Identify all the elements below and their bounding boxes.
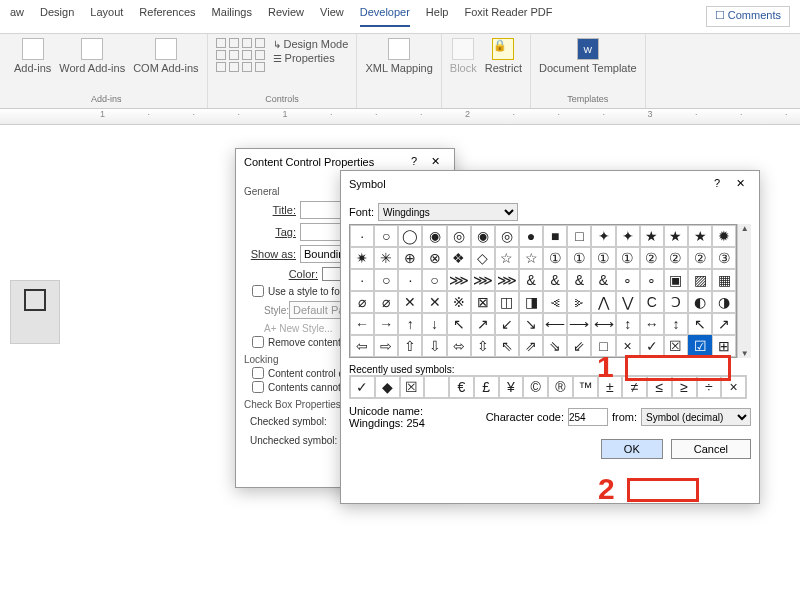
symbol-cell[interactable]: ⇘	[543, 335, 567, 357]
symbol-cell[interactable]: ⟶	[567, 313, 591, 335]
symbol-cell[interactable]: ◉	[471, 225, 495, 247]
ccp-use-style-checkbox[interactable]	[252, 285, 264, 297]
com-addins-button[interactable]: COM Add-ins	[133, 38, 198, 74]
symbol-cell[interactable]: ↔	[640, 313, 664, 335]
recent-symbol-cell[interactable]	[424, 376, 449, 398]
symbol-scrollbar[interactable]: ▲▼	[737, 224, 751, 358]
recent-symbol-cell[interactable]: ™	[573, 376, 598, 398]
symbol-cell[interactable]: ○	[422, 269, 446, 291]
symbol-cell[interactable]: ⇳	[471, 335, 495, 357]
symbol-cell[interactable]: ⇧	[398, 335, 422, 357]
symbol-cell[interactable]: ·	[398, 269, 422, 291]
tab-layout[interactable]: Layout	[90, 6, 123, 27]
symbol-cell[interactable]: ②	[688, 247, 712, 269]
symbol-cell[interactable]: ▦	[712, 269, 736, 291]
symbol-cell[interactable]: ◑	[712, 291, 736, 313]
xml-mapping-button[interactable]: XML Mapping	[365, 38, 432, 74]
tab-mailings[interactable]: Mailings	[212, 6, 252, 27]
symbol-cell[interactable]: ↖	[447, 313, 471, 335]
restrict-button[interactable]: 🔒Restrict	[485, 38, 522, 74]
symbol-cell[interactable]: ⋀	[591, 291, 615, 313]
symbol-cell[interactable]: ①	[616, 247, 640, 269]
symbol-cell[interactable]: ↓	[422, 313, 446, 335]
symbol-cell[interactable]: ▣	[664, 269, 688, 291]
symbol-cell[interactable]: ①	[543, 247, 567, 269]
addins-button[interactable]: Add-ins	[14, 38, 51, 74]
symbol-cell[interactable]: ↗	[712, 313, 736, 335]
symbol-cell[interactable]: ③	[712, 247, 736, 269]
symbol-cell[interactable]: ⇦	[350, 335, 374, 357]
symbol-cell[interactable]: ✳	[374, 247, 398, 269]
symbol-cell[interactable]: ·	[350, 225, 374, 247]
symbol-cell[interactable]: ✹	[712, 225, 736, 247]
symbol-cell[interactable]: ↕	[664, 313, 688, 335]
symbol-cell[interactable]: ⇙	[567, 335, 591, 357]
document-template-button[interactable]: WDocument Template	[539, 38, 637, 74]
symbol-cell[interactable]: ☒	[664, 335, 688, 357]
symbol-cell[interactable]: ⟷	[591, 313, 615, 335]
symbol-cell[interactable]: ◇	[471, 247, 495, 269]
symbol-cell[interactable]: ✓	[640, 335, 664, 357]
tab-help[interactable]: Help	[426, 6, 449, 27]
symbol-cell[interactable]: ⬄	[447, 335, 471, 357]
recent-symbol-cell[interactable]: ☒	[400, 376, 425, 398]
symbol-cell[interactable]: ◎	[495, 225, 519, 247]
tab-foxit[interactable]: Foxit Reader PDF	[464, 6, 552, 27]
symbol-cell[interactable]: ⪢	[567, 291, 591, 313]
symbol-cell[interactable]: ②	[640, 247, 664, 269]
symbol-cell[interactable]: ⇖	[495, 335, 519, 357]
symbol-cell[interactable]: ⊞	[712, 335, 736, 357]
symbol-cell[interactable]: &	[567, 269, 591, 291]
symbol-cell[interactable]: ✕	[398, 291, 422, 313]
symbol-cell[interactable]: ◨	[519, 291, 543, 313]
ccp-cannot-delete-checkbox[interactable]	[252, 367, 264, 379]
symbol-cell[interactable]: ◐	[688, 291, 712, 313]
ccp-close-icon[interactable]: ✕	[425, 155, 446, 168]
symbol-cell[interactable]: ⋙	[495, 269, 519, 291]
symbol-cell[interactable]: ↑	[398, 313, 422, 335]
symbol-cell[interactable]: ◎	[447, 225, 471, 247]
symbol-cell[interactable]: ⊗	[422, 247, 446, 269]
symbol-cell[interactable]: &	[591, 269, 615, 291]
symbol-cell[interactable]: ◯	[398, 225, 422, 247]
symbol-cell[interactable]: ☆	[519, 247, 543, 269]
recent-symbol-cell[interactable]: £	[474, 376, 499, 398]
page-thumbnail[interactable]	[10, 280, 60, 344]
symbol-cell[interactable]: ⋁	[616, 291, 640, 313]
symbol-cell[interactable]: ↘	[519, 313, 543, 335]
symbol-cell[interactable]: ∘	[640, 269, 664, 291]
symbol-cell[interactable]: ✕	[422, 291, 446, 313]
symbol-cell[interactable]: ·	[350, 269, 374, 291]
symbol-cell[interactable]: ▨	[688, 269, 712, 291]
symbol-cell[interactable]: ⋙	[447, 269, 471, 291]
properties-button[interactable]: ☰ Properties	[273, 52, 349, 64]
symbol-cell[interactable]: ⌀	[374, 291, 398, 313]
symbol-cell[interactable]: &	[543, 269, 567, 291]
symbol-cell[interactable]: ■	[543, 225, 567, 247]
symbol-cell[interactable]: ★	[664, 225, 688, 247]
symbol-cell[interactable]: C	[640, 291, 664, 313]
symbol-cell[interactable]: ⋙	[471, 269, 495, 291]
symbol-cell[interactable]: ★	[640, 225, 664, 247]
symbol-cell[interactable]: ※	[447, 291, 471, 313]
tab-references[interactable]: References	[139, 6, 195, 27]
symbol-cell[interactable]: ↖	[688, 313, 712, 335]
comments-button[interactable]: ☐ Comments	[706, 6, 790, 27]
symbol-cell[interactable]: ⌀	[350, 291, 374, 313]
ccp-remove-checkbox[interactable]	[252, 336, 264, 348]
symbol-cell[interactable]: ①	[591, 247, 615, 269]
block-button[interactable]: Block	[450, 38, 477, 74]
symbol-cell[interactable]: ○	[374, 269, 398, 291]
tab-review[interactable]: Review	[268, 6, 304, 27]
symbol-cell[interactable]: ○	[374, 225, 398, 247]
symbol-cell[interactable]: ⪡	[543, 291, 567, 313]
symbol-cell[interactable]: ✦	[591, 225, 615, 247]
symbol-cell[interactable]: ●	[519, 225, 543, 247]
symbol-cell[interactable]: ❖	[447, 247, 471, 269]
symbol-cell[interactable]: ←	[350, 313, 374, 335]
symbol-cell[interactable]: ⊕	[398, 247, 422, 269]
symbol-cell[interactable]: ⟵	[543, 313, 567, 335]
symbol-cell[interactable]: □	[567, 225, 591, 247]
symbol-help-icon[interactable]: ?	[714, 177, 720, 190]
symbol-cell[interactable]: →	[374, 313, 398, 335]
